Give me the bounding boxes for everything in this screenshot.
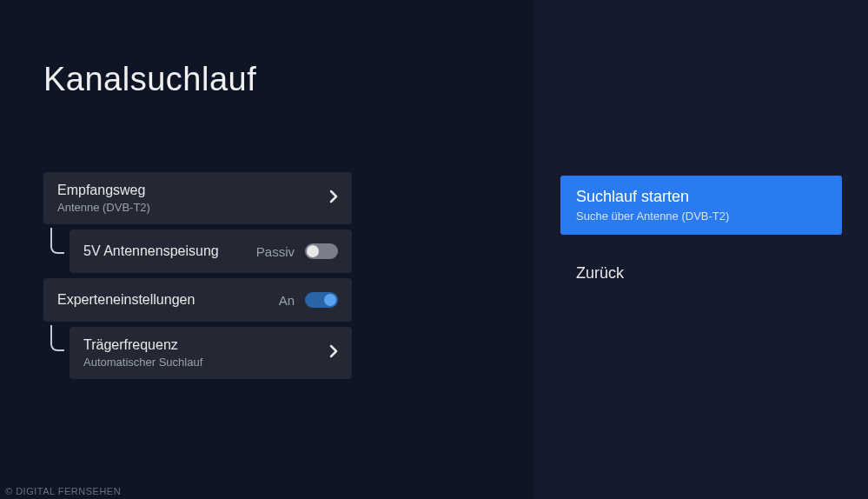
carrier-frequency-row[interactable]: Trägerfrequenz Automatischer Suchlauf [70,327,352,379]
antenna-power-toggle[interactable] [305,243,338,259]
start-scan-title: Suchlauf starten [576,188,826,206]
reception-label: Empfangsweg [57,183,150,198]
chevron-right-icon [329,190,338,207]
start-scan-subtitle: Suche über Antenne (DVB-T2) [576,210,826,223]
reception-path-row[interactable]: Empfangsweg Antenne (DVB-T2) [43,172,352,224]
chevron-right-icon [329,344,338,362]
antenna-power-label: 5V Antennenspeisung [83,243,219,259]
tree-connector [50,325,64,351]
action-panel: Suchlauf starten Suche über Antenne (DVB… [534,0,868,499]
carrier-label: Trägerfrequenz [83,337,202,353]
page-title: Kanalsuchlauf [43,61,491,98]
watermark: © DIGITAL FERNSEHEN [5,486,121,496]
start-scan-button[interactable]: Suchlauf starten Suche über Antenne (DVB… [560,176,842,235]
settings-panel: Kanalsuchlauf Empfangsweg Antenne (DVB-T… [0,0,534,499]
carrier-value: Automatischer Suchlauf [83,356,202,369]
expert-label: Experteneinstellungen [57,292,195,308]
back-button[interactable]: Zurück [560,252,842,295]
expert-settings-row[interactable]: Experteneinstellungen An [43,278,352,322]
reception-value: Antenne (DVB-T2) [57,201,150,214]
antenna-power-row[interactable]: 5V Antennenspeisung Passiv [70,230,352,273]
settings-list: Empfangsweg Antenne (DVB-T2) 5V Antennen… [43,172,352,379]
back-label: Zurück [576,264,826,283]
antenna-power-state: Passiv [256,244,295,259]
expert-state: An [279,293,295,308]
expert-toggle[interactable] [305,292,338,308]
tree-connector [50,228,64,254]
